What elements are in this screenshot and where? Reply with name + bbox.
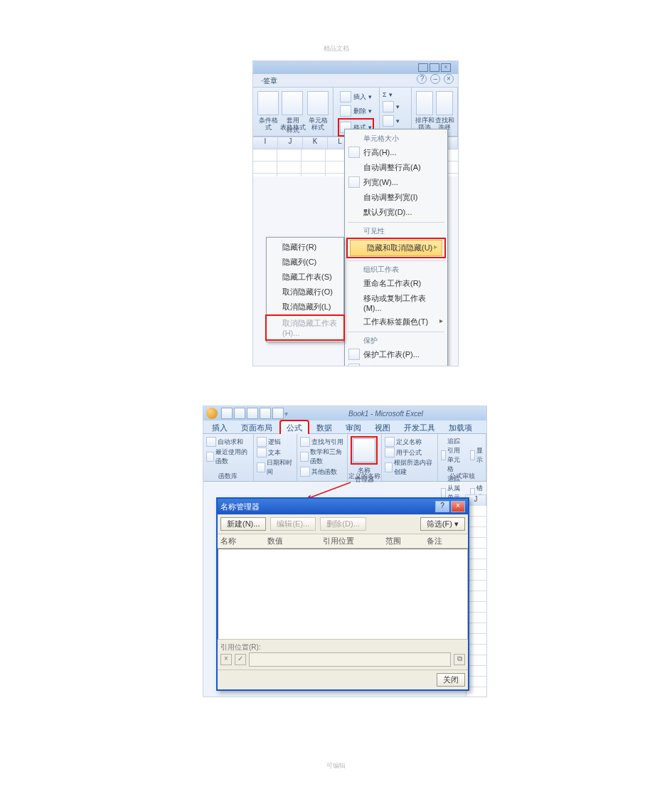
format-dropdown: 单元格大小 行高(H)... 自动调整行高(A) 列宽(W)... 自动调整列宽… [344,129,448,366]
autosum-icon[interactable] [206,437,216,447]
create-from-sel-icon[interactable] [385,462,393,472]
dialog-help-button[interactable]: ? [435,501,449,512]
datetime-icon[interactable] [257,462,265,472]
dialog-close-btn[interactable]: 关闭 [437,673,465,687]
help-icon[interactable]: ? [417,74,427,84]
math-label: 数学和三角函数 [310,448,344,466]
col-J[interactable]: J [278,137,303,149]
col-scope[interactable]: 范围 [383,534,424,548]
menu-move-copy[interactable]: 移动或复制工作表(M)... [345,291,447,314]
refersto-accept-icon[interactable]: ✓ [235,654,246,665]
dialog-delete-button: 删除(D)... [320,517,366,531]
clear-icon[interactable] [383,115,394,127]
sub-unhide-cols[interactable]: 取消隐藏列(L) [267,300,343,314]
sub-unhide-rows[interactable]: 取消隐藏行(O) [267,285,343,300]
ribbon-tab-row: ·签章 ? – × [253,74,458,88]
insert-icon[interactable] [340,91,351,102]
section-organize-sheets: 组织工作表 [345,263,447,276]
minimize-icon[interactable] [418,63,428,72]
qat-save-icon[interactable] [221,408,233,419]
hide-unhide-submenu: 隐藏行(R) 隐藏列(C) 隐藏工作表(S) 取消隐藏行(O) 取消隐藏列(L)… [266,237,344,342]
min-ribbon-icon[interactable]: – [430,74,440,84]
sigma-icon[interactable]: Σ [383,91,387,98]
office-button[interactable] [206,408,218,419]
cell-style-button[interactable] [307,91,329,115]
sort-button[interactable] [416,91,433,115]
lookup-icon[interactable] [300,437,310,447]
group-funclib: 函数库 [203,472,253,481]
refersto-collapse-icon[interactable]: ⧉ [454,654,465,665]
tab-developer[interactable]: 开发工具 [398,421,441,435]
dialog-titlebar: 名称管理器 ? × [218,499,468,514]
lock-icon [348,364,360,366]
menu-lock-cell[interactable]: 锁定单元格(L) [345,362,447,366]
lookup-label: 查找与引用 [311,438,343,447]
dialog-new-button[interactable]: 新建(N)... [220,517,266,531]
name-manager-button[interactable] [353,438,375,462]
conditional-format-button[interactable] [257,91,279,115]
col-name[interactable]: 名称 [218,534,265,548]
math-icon[interactable] [300,452,308,462]
refersto-cancel-icon[interactable]: × [220,654,232,665]
menu-default-width[interactable]: 默认列宽(D)... [345,205,447,220]
show-formulas-icon[interactable] [470,450,475,460]
logical-icon[interactable] [257,437,267,447]
delete-icon[interactable] [340,105,351,117]
dialog-footer: 关闭 [218,670,468,689]
menu-col-width[interactable]: 列宽(W)... [345,175,447,190]
col-comment[interactable]: 备注 [424,534,468,548]
table-format-button[interactable] [282,91,303,115]
qat-preview-icon[interactable] [272,408,284,419]
col-I[interactable]: I [253,137,278,149]
menu-rename-sheet[interactable]: 重命名工作表(R) [345,276,447,291]
dialog-filter-button[interactable]: 筛选(F) ▾ [420,517,465,531]
tab-formula[interactable]: 公式 [280,420,309,435]
tab-sign[interactable]: ·签章 [256,74,282,88]
menu-tab-color[interactable]: 工作表标签颜色(T) [345,314,447,329]
dialog-name-list[interactable] [218,549,468,640]
sub-hide-sheet[interactable]: 隐藏工作表(S) [267,270,343,285]
menu-autofit-col[interactable]: 自动调整列宽(I) [345,190,447,205]
col-value[interactable]: 数值 [265,534,320,548]
trace-dep-icon[interactable] [441,488,446,498]
row-height-icon [348,147,360,158]
menu-protect-sheet[interactable]: 保护工作表(P)... [345,347,447,362]
find-button[interactable] [436,91,453,115]
tab-data[interactable]: 数据 [311,421,338,435]
use-in-formula-icon[interactable] [385,448,395,457]
group-style-label: 样式 [253,126,333,135]
sub-unhide-sheet: 取消隐藏工作表(H)... [267,316,343,339]
fill-icon[interactable] [383,101,394,112]
recent-icon[interactable] [206,452,214,462]
window-controls: × [253,61,458,74]
maximize-icon[interactable] [430,63,439,72]
sub-hide-cols[interactable]: 隐藏列(C) [267,255,343,270]
delete-label: 删除 [353,107,366,116]
define-name-icon[interactable] [385,437,395,447]
tab-addins[interactable]: 加载项 [443,421,478,435]
protect-icon [348,349,360,360]
qat-redo-icon[interactable] [247,408,258,419]
tab-insert[interactable]: 插入 [206,421,233,435]
menu-row-height[interactable]: 行高(H)... [345,145,447,160]
text-icon[interactable] [257,448,267,457]
trace-prec-icon[interactable] [441,450,446,460]
close-sub-icon[interactable]: × [444,74,454,84]
col-K[interactable]: K [303,137,328,149]
close-icon[interactable]: × [441,63,451,72]
col-refersto[interactable]: 引用位置 [320,534,383,548]
qat-print-icon[interactable] [260,408,271,419]
menu-autofit-row[interactable]: 自动调整行高(A) [345,160,447,175]
dialog-close-button[interactable]: × [451,501,465,512]
tab-review[interactable]: 审阅 [340,421,367,435]
menu-hide-unhide[interactable]: 隐藏和取消隐藏(U) [350,240,442,256]
dialog-title-text: 名称管理器 [220,502,260,512]
tab-view[interactable]: 视图 [369,421,396,435]
refersto-input[interactable] [249,652,451,667]
sub-hide-rows[interactable]: 隐藏行(R) [267,240,343,255]
ribbon-tabs: 插入 页面布局 公式 数据 审阅 视图 开发工具 加载项 电子签章 [203,420,486,434]
more-icon[interactable] [300,467,310,477]
tab-page-layout[interactable]: 页面布局 [235,421,278,435]
qat-undo-icon[interactable] [234,408,245,419]
datetime-label: 日期和时间 [267,458,294,477]
